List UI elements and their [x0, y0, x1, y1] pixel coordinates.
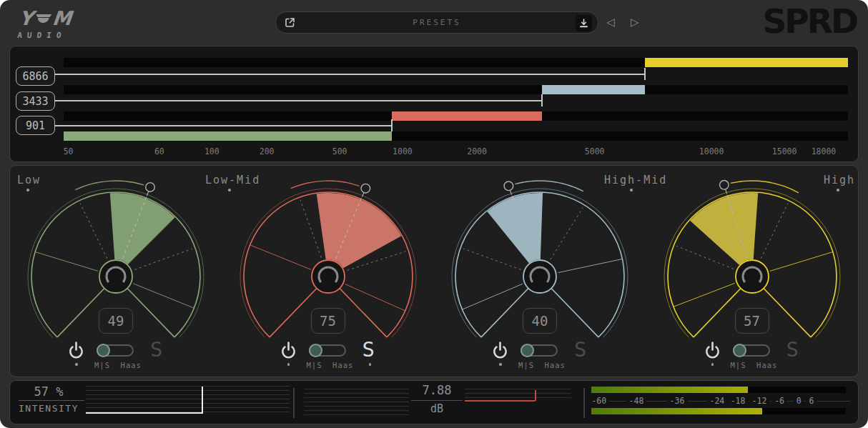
meter-scale-label: 0	[794, 396, 804, 406]
spread-wedge[interactable]	[690, 193, 758, 265]
ms-haas-toggle[interactable]	[309, 344, 346, 357]
solo-button[interactable]: S	[363, 337, 375, 362]
brand-letter-m: M	[51, 9, 74, 28]
band-range-segment-low-mid[interactable]	[392, 111, 543, 121]
band-knob[interactable]	[312, 260, 345, 293]
frequency-track	[64, 85, 848, 94]
guide-dash-line	[300, 200, 321, 258]
axis-tick-label: 200	[260, 146, 275, 156]
crossover-value-box[interactable]: 901	[16, 116, 55, 135]
solo-button[interactable]: S	[574, 337, 586, 362]
level-meter-left	[591, 387, 846, 393]
meter-fill	[591, 387, 748, 393]
power-button[interactable]	[66, 340, 86, 362]
solo-button[interactable]: S	[150, 337, 162, 362]
band-width-value[interactable]: 40	[523, 308, 557, 334]
ms-haas-toggle[interactable]	[97, 344, 134, 357]
meter-scale-label: -18	[728, 396, 749, 406]
band-range-segment-low[interactable]	[64, 131, 392, 141]
power-dot	[75, 363, 78, 366]
intensity-slider[interactable]	[86, 386, 290, 415]
range-limit-line	[345, 284, 405, 311]
handle-stem	[725, 189, 726, 194]
intensity-indicator-tick[interactable]	[202, 387, 203, 414]
range-limit-line	[558, 259, 622, 272]
next-preset-button[interactable]: ▷	[631, 16, 639, 29]
sprd-logo: SPRD	[762, 1, 857, 41]
power-button[interactable]	[703, 340, 722, 362]
spread-handle[interactable]	[361, 184, 370, 193]
band-name-label: High-Mid	[604, 174, 667, 186]
brand-subtitle: AUDIO	[17, 31, 71, 40]
footer-divider	[293, 388, 295, 418]
solo-button[interactable]: S	[786, 337, 799, 362]
gain-slider-left[interactable]	[304, 389, 409, 417]
axis-tick-label: 500	[332, 146, 347, 156]
export-preset-icon[interactable]	[284, 16, 296, 31]
meter-scale-label: -36	[667, 396, 688, 406]
crossover-value-box[interactable]: 6866	[16, 66, 55, 86]
band-label-dot	[837, 189, 839, 191]
footer-bar: 57 % INTENSITY 7.88 dB -60-48-36-24-18-1…	[9, 380, 859, 424]
meter-scale-label: -24	[706, 396, 727, 406]
preset-selector[interactable]: PRESETS	[275, 11, 598, 34]
axis-tick-label: 18000	[812, 146, 837, 156]
toggle-knob[interactable]	[733, 344, 746, 357]
guide-dash-line	[463, 249, 521, 269]
band-knob[interactable]	[99, 260, 132, 293]
top-bar: Y M AUDIO PRESETS	[0, 0, 868, 46]
prev-preset-button[interactable]: ◁	[606, 16, 615, 29]
range-limit-line	[769, 252, 832, 272]
dial-notch-edge	[481, 289, 528, 337]
gain-indicator-tick[interactable]	[535, 390, 536, 401]
intensity-value: 57 %	[13, 384, 84, 399]
meter-scale-label: 6	[806, 396, 817, 406]
meter-scale-label: -6	[771, 396, 787, 406]
range-limit-line	[250, 245, 310, 269]
band-knob[interactable]	[736, 260, 769, 293]
ms-haas-toggle[interactable]	[733, 344, 770, 357]
meter-fill	[591, 408, 762, 414]
crossover-line	[55, 125, 392, 126]
band-width-value[interactable]: 57	[735, 308, 769, 334]
spread-handle[interactable]	[146, 183, 155, 192]
power-button[interactable]	[279, 340, 298, 362]
band-width-value[interactable]: 49	[99, 308, 133, 334]
band-range-segment-high-mid[interactable]	[542, 85, 645, 94]
intensity-rule	[19, 400, 84, 401]
spread-handle[interactable]	[719, 181, 729, 190]
toggle-knob[interactable]	[97, 344, 110, 357]
toggle-knob[interactable]	[521, 344, 534, 357]
ms-haas-toggle[interactable]	[521, 344, 558, 357]
axis-tick-label: 5000	[585, 146, 605, 156]
band-range-segment-high[interactable]	[645, 58, 848, 67]
load-preset-icon[interactable]	[576, 15, 592, 31]
power-button[interactable]	[490, 340, 510, 362]
axis-tick-label: 60	[154, 146, 164, 156]
spread-handle[interactable]	[504, 181, 513, 191]
solo-active-dot	[369, 363, 372, 366]
crossover-value-box[interactable]: 3433	[16, 91, 55, 111]
bowl-icon	[34, 11, 53, 30]
guide-dash-line	[761, 204, 788, 259]
band-module-low: 49 M|S Haas S	[10, 166, 222, 377]
crossover-handle[interactable]	[391, 119, 393, 131]
band-name-label: Low-Mid	[205, 174, 260, 186]
power-dot	[287, 363, 290, 366]
toggle-knob[interactable]	[309, 344, 322, 357]
dial-notch-edge	[694, 289, 741, 337]
guide-dash-line	[551, 207, 583, 259]
band-label-dot	[630, 189, 633, 191]
gain-rule	[411, 400, 463, 401]
crossover-handle[interactable]	[541, 94, 543, 106]
frequency-track	[64, 131, 848, 141]
axis-tick-label: 100	[204, 146, 220, 156]
band-width-value[interactable]: 75	[311, 308, 345, 334]
meter-scale-label: -12	[749, 396, 770, 406]
preset-label[interactable]: PRESETS	[276, 18, 598, 27]
band-knob[interactable]	[523, 260, 556, 293]
crossover-handle[interactable]	[644, 68, 646, 80]
gain-value[interactable]: 7.88	[405, 383, 469, 397]
dial-notch-edge	[127, 289, 174, 337]
toggle-labels: M|S Haas	[518, 361, 576, 369]
